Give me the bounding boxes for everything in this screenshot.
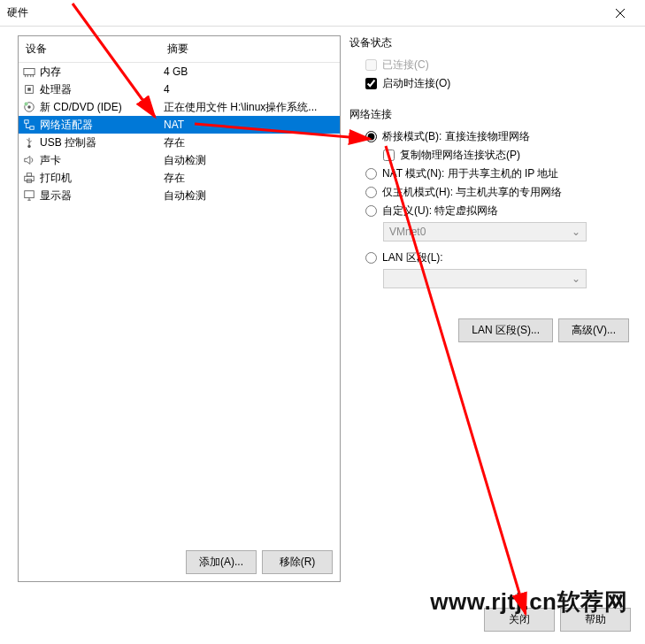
printer-icon — [22, 171, 36, 185]
chevron-down-icon: ⌄ — [572, 226, 580, 238]
connected-checkbox — [365, 59, 377, 71]
svg-rect-13 — [30, 126, 34, 130]
device-name: 声卡 — [40, 153, 164, 168]
advanced-button[interactable]: 高级(V)... — [558, 318, 629, 342]
device-status-title: 设备状态 — [349, 35, 634, 50]
bridged-label[interactable]: 桥接模式(B): 直接连接物理网络 — [382, 129, 530, 144]
settings-panel: 设备状态 已连接(C) 启动时连接(O) 网络连接 桥接模式(B): 直接连接物… — [349, 35, 634, 600]
device-name: 打印机 — [40, 171, 164, 186]
device-row[interactable]: 显示器自动检测 — [19, 187, 340, 204]
window-title: 硬件 — [7, 5, 603, 20]
device-row[interactable]: USB 控制器存在 — [19, 134, 340, 151]
close-window-button[interactable] — [603, 1, 638, 26]
custom-network-value: VMnet0 — [389, 226, 426, 238]
svg-rect-19 — [25, 191, 35, 198]
device-row[interactable]: 处理器4 — [19, 80, 340, 98]
device-name: 处理器 — [40, 82, 164, 97]
device-name: 新 CD/DVD (IDE) — [40, 100, 164, 115]
svg-rect-12 — [25, 120, 28, 124]
svg-point-10 — [27, 105, 31, 109]
connect-at-poweron-label[interactable]: 启动时连接(O) — [382, 76, 450, 91]
disc-icon — [22, 100, 36, 114]
device-summary: 4 GB — [164, 65, 336, 78]
svg-rect-16 — [25, 176, 35, 180]
hostonly-label[interactable]: 仅主机模式(H): 与主机共享的专用网络 — [382, 185, 562, 200]
connected-label: 已连接(C) — [382, 58, 429, 73]
lansegment-label[interactable]: LAN 区段(L): — [382, 250, 443, 265]
bridged-radio[interactable] — [365, 131, 377, 142]
connect-at-poweron-checkbox[interactable] — [365, 78, 377, 89]
close-button[interactable]: 关闭 — [484, 608, 555, 632]
column-device[interactable]: 设备 — [19, 36, 160, 62]
device-row[interactable]: 新 CD/DVD (IDE)正在使用文件 H:\linux操作系统... — [19, 98, 340, 116]
device-summary: NAT — [164, 119, 336, 131]
device-summary: 存在 — [164, 135, 336, 150]
custom-radio[interactable] — [365, 205, 377, 217]
cpu-icon — [22, 82, 36, 96]
device-summary: 4 — [164, 83, 336, 96]
device-row[interactable]: 内存4 GB — [19, 63, 340, 80]
device-name: 内存 — [40, 65, 164, 80]
sound-icon — [22, 153, 36, 167]
hostonly-radio[interactable] — [365, 187, 377, 198]
remove-button[interactable]: 移除(R) — [262, 550, 333, 574]
network-connection-group: 网络连接 桥接模式(B): 直接连接物理网络 复制物理网络连接状态(P) NAT… — [349, 107, 634, 297]
custom-network-select: VMnet0 ⌄ — [383, 222, 587, 242]
add-button[interactable]: 添加(A)... — [186, 550, 257, 574]
display-icon — [22, 188, 36, 203]
device-row[interactable]: 打印机存在 — [19, 169, 340, 187]
lansegment-select: ⌄ — [383, 269, 587, 288]
nat-label[interactable]: NAT 模式(N): 用于共享主机的 IP 地址 — [382, 166, 558, 181]
device-summary: 自动检测 — [164, 153, 336, 168]
replicate-checkbox[interactable] — [383, 150, 395, 161]
device-name: 网络适配器 — [40, 118, 164, 133]
svg-rect-17 — [27, 173, 31, 177]
memory-icon — [22, 65, 36, 79]
device-row[interactable]: 声卡自动检测 — [19, 151, 340, 169]
device-table-header: 设备 摘要 — [19, 36, 340, 63]
device-summary: 自动检测 — [164, 188, 336, 203]
device-summary: 正在使用文件 H:\linux操作系统... — [164, 100, 336, 115]
nat-radio[interactable] — [365, 168, 377, 180]
device-row[interactable]: 网络适配器NAT — [19, 116, 340, 134]
svg-rect-2 — [24, 69, 35, 75]
network-connection-title: 网络连接 — [349, 107, 634, 122]
custom-label[interactable]: 自定义(U): 特定虚拟网络 — [382, 203, 498, 218]
help-button[interactable]: 帮助 — [560, 608, 631, 632]
device-status-group: 设备状态 已连接(C) 启动时连接(O) — [349, 35, 634, 95]
lansegment-radio[interactable] — [365, 252, 377, 264]
device-panel: 设备 摘要 内存4 GB处理器4新 CD/DVD (IDE)正在使用文件 H:\… — [18, 35, 341, 582]
chevron-down-icon: ⌄ — [572, 272, 580, 285]
close-icon — [616, 9, 625, 18]
svg-rect-8 — [27, 88, 31, 91]
usb-icon — [22, 135, 36, 150]
device-table: 设备 摘要 内存4 GB处理器4新 CD/DVD (IDE)正在使用文件 H:\… — [19, 36, 340, 543]
network-icon — [22, 118, 36, 132]
replicate-label[interactable]: 复制物理网络连接状态(P) — [400, 148, 520, 163]
lan-segments-button[interactable]: LAN 区段(S)... — [458, 318, 553, 342]
column-summary[interactable]: 摘要 — [160, 36, 340, 62]
device-name: USB 控制器 — [40, 135, 164, 150]
device-summary: 存在 — [164, 171, 336, 186]
device-name: 显示器 — [40, 188, 164, 203]
